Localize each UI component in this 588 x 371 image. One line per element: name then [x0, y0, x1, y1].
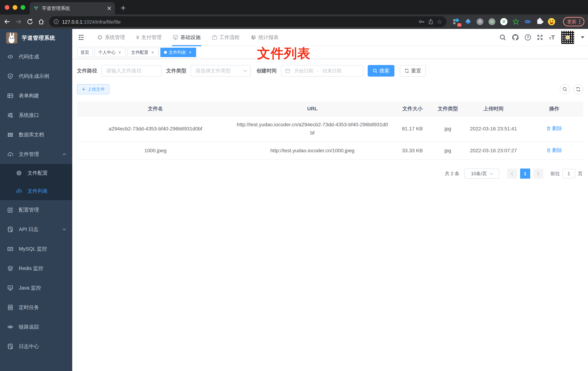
topnav-item-infra[interactable]: 基础设施 — [169, 29, 205, 46]
sidebar-item-db-doc[interactable]: 数据库文档 — [0, 125, 72, 145]
tag-home[interactable]: 首页 — [77, 48, 93, 57]
goto-page-input[interactable] — [562, 169, 575, 178]
tab-title: 芋道管理系统 — [42, 5, 104, 11]
new-tab-button[interactable] — [119, 4, 127, 12]
browser-menu-icon[interactable] — [579, 21, 580, 22]
user-avatar-qr[interactable] — [561, 30, 575, 45]
sidebar-logo[interactable]: 芋道管理系统 — [0, 29, 72, 47]
github-icon[interactable] — [512, 34, 519, 41]
file-path-input[interactable] — [102, 65, 162, 77]
toggle-search-button[interactable] — [560, 84, 570, 94]
green-star-extension-icon[interactable] — [512, 18, 519, 25]
header-search-icon[interactable] — [500, 34, 506, 41]
page-size-select[interactable]: 10条/页 — [464, 169, 499, 179]
close-tab-icon[interactable] — [107, 6, 111, 10]
sidebar-item-tracing[interactable]: 链路追踪 — [0, 317, 72, 337]
table-row[interactable]: a294ecb2-73dd-4353-bf40-296b8931d0bf htt… — [77, 116, 583, 142]
font-size-icon[interactable]: TT — [549, 34, 555, 40]
minimize-window-button[interactable] — [13, 5, 17, 10]
zoom-window-button[interactable] — [21, 5, 25, 10]
kite-extension-icon[interactable] — [464, 18, 472, 25]
sidebar-item-file-list[interactable]: 文件列表 — [0, 182, 72, 200]
sliders-icon — [7, 112, 13, 118]
date-range-picker[interactable]: - — [281, 65, 363, 77]
end-date-input[interactable] — [321, 68, 343, 74]
close-tag-icon[interactable]: × — [117, 50, 122, 55]
topnav-item-report[interactable]: 统计报表 — [247, 29, 283, 46]
file-table: 文件名 URL 文件大小 文件类型 上传时间 操作 a294ecb2-73dd-… — [77, 102, 583, 160]
sidebar-item-log-center[interactable]: 日志中心 — [0, 337, 72, 356]
command-extension-icon[interactable] — [476, 18, 484, 25]
sidebar-item-code-demo[interactable]: 代码生成示例 — [0, 66, 72, 86]
site-info-icon[interactable] — [53, 19, 59, 24]
sidebar-item-mysql-monitor[interactable]: MySQL 监控 — [0, 239, 72, 259]
topnav-item-workflow[interactable]: 工作流程 — [208, 29, 244, 46]
back-icon[interactable] — [4, 18, 10, 25]
tag-profile[interactable]: 个人中心 × — [95, 48, 126, 57]
close-tag-icon[interactable]: × — [150, 50, 155, 55]
bookmark-star-icon[interactable] — [437, 18, 442, 25]
close-window-button[interactable] — [5, 5, 9, 10]
help-icon[interactable] — [525, 34, 531, 41]
upload-file-button[interactable]: 上传文件 — [77, 84, 109, 94]
sidebar-item-config-manage[interactable]: 配置管理 — [0, 200, 72, 220]
sidebar-item-form-builder[interactable]: 表单构建 — [0, 86, 72, 106]
cell-upload-time: 2022-03-16 23:51:41 — [462, 116, 525, 142]
profile-avatar-icon[interactable] — [548, 18, 555, 25]
col-file-size: 文件大小 — [391, 102, 434, 116]
topnav-item-pay[interactable]: 支付管理 — [132, 29, 166, 46]
close-tag-icon[interactable]: × — [188, 50, 192, 55]
home-icon[interactable] — [38, 18, 44, 25]
search-button[interactable]: 搜索 — [368, 65, 394, 77]
next-page-button[interactable] — [533, 169, 543, 179]
tag-file-config[interactable]: 文件配置 × — [127, 48, 158, 57]
code-icon — [7, 54, 13, 60]
sidebar-item-redis-monitor[interactable]: Redis 监控 — [0, 259, 72, 278]
tab-manager-extension-icon[interactable]: 11 — [452, 18, 460, 25]
avatar-caret-icon[interactable] — [581, 36, 584, 39]
topnav-item-system[interactable]: 系统管理 — [93, 29, 129, 46]
eye-extension-icon[interactable] — [524, 18, 531, 25]
fullscreen-icon[interactable] — [537, 34, 543, 41]
reset-button[interactable]: 重置 — [400, 65, 426, 77]
refresh-icon — [405, 68, 409, 73]
dashboard-pie-icon — [251, 35, 256, 40]
browser-tab[interactable]: 芋道管理系统 — [30, 2, 115, 14]
start-date-input[interactable] — [293, 68, 315, 74]
browser-update-button[interactable]: 更新 — [563, 17, 584, 26]
search-icon — [373, 68, 378, 73]
cell-file-name: a294ecb2-73dd-4353-bf40-296b8931d0bf — [77, 116, 234, 142]
sidebar-item-file-manage[interactable]: 文件管理 — [0, 145, 72, 164]
delete-button[interactable]: 删除 — [546, 146, 562, 154]
password-key-icon[interactable] — [419, 19, 425, 25]
sidebar-item-java-monitor[interactable]: Java 监控 — [0, 278, 72, 298]
cloud-download-icon — [7, 151, 13, 157]
pagination: 共 2 条 10条/页 1 前往 页 — [77, 169, 583, 179]
sidebar-item-system-api[interactable]: 系统接口 — [0, 106, 72, 125]
delete-button[interactable]: 删除 — [546, 124, 562, 133]
tag-file-list[interactable]: 文件列表 × — [160, 48, 196, 57]
sidebar-item-cron-job[interactable]: 定时任务 — [0, 298, 72, 317]
sidebar-toggle-icon[interactable] — [72, 29, 90, 46]
vue-devtools-icon[interactable]: V — [500, 18, 507, 25]
sidebar-item-api-log[interactable]: API 日志 — [0, 220, 72, 239]
prev-page-button[interactable] — [507, 169, 517, 179]
table-row[interactable]: 1000.jpeg http://test.yudao.iocoder.cn/1… — [77, 142, 583, 160]
file-type-select[interactable] — [191, 65, 251, 77]
url-bar[interactable]: 127.0.0.1:1024/infra/file/file — [49, 16, 446, 27]
sidebar-item-file-config[interactable]: 文件配置 — [0, 164, 72, 182]
file-type-select-input[interactable] — [195, 68, 244, 74]
extensions-puzzle-icon[interactable] — [536, 18, 543, 25]
recorder-extension-icon[interactable] — [488, 18, 495, 25]
app-title: 芋道管理系统 — [22, 34, 55, 42]
chevron-down-icon — [243, 68, 247, 72]
page-1-button[interactable]: 1 — [520, 169, 530, 179]
refresh-table-button[interactable] — [573, 84, 583, 94]
cell-url: http://test.yudao.iocoder.cn/a294ecb2-73… — [234, 116, 391, 142]
layers-icon — [7, 265, 13, 272]
sidebar-item-code-gen[interactable]: 代码生成 — [0, 47, 72, 66]
forward-icon[interactable] — [15, 18, 22, 25]
red-annotation: 文件列表 — [257, 45, 311, 62]
share-icon[interactable] — [428, 19, 434, 25]
reload-icon[interactable] — [27, 18, 33, 25]
